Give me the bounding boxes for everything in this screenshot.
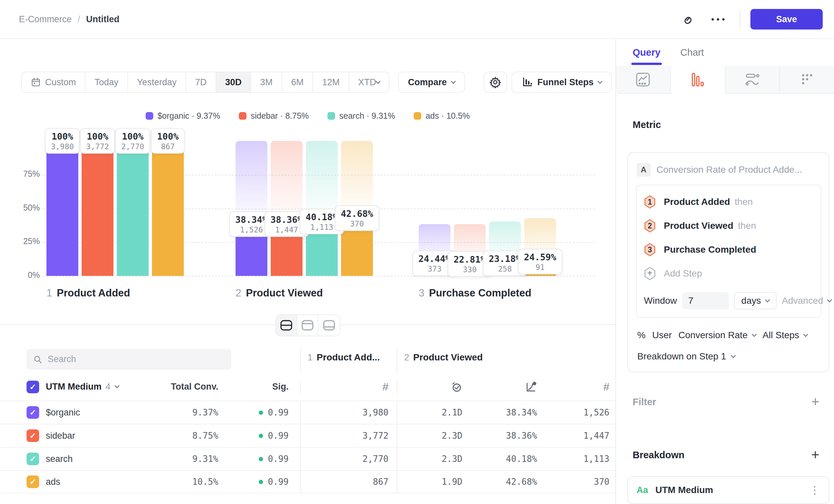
metric-title-row[interactable]: A Conversion Rate of Product Adde... (636, 161, 821, 185)
step-number: 2 (404, 352, 409, 363)
top-view-icon (301, 319, 314, 331)
window-unit-select[interactable]: days (734, 292, 776, 310)
row-checkbox[interactable]: ✓ (26, 453, 39, 465)
save-button[interactable]: Save (750, 9, 823, 29)
row-label: search (46, 454, 73, 464)
kebab-menu-icon[interactable]: ⋮ (809, 485, 820, 496)
y-axis-tick: 50% (10, 203, 40, 212)
row-step1-count: 867 (300, 471, 397, 493)
metric-step[interactable]: 1Product Addedthen (644, 190, 813, 214)
add-step-button[interactable]: + Add Step (644, 261, 813, 285)
row-step2-cells: 2.3D40.18%1,113 (397, 448, 615, 470)
row-significance: 0.99 (218, 454, 289, 464)
funnel-bar[interactable] (46, 141, 78, 276)
metric-card: A Conversion Rate of Product Adde... 1Pr… (627, 152, 829, 372)
layout-table-only-button[interactable] (319, 315, 340, 336)
significance-value: 0.99 (268, 408, 289, 417)
window-value-input[interactable] (682, 292, 729, 310)
row-checkbox[interactable]: ✓ (26, 406, 39, 419)
metric-step-name: Product Added (664, 197, 730, 207)
table-row[interactable]: ✓sidebar8.75%0.993,7722.3D38.36%1,447 (0, 424, 615, 447)
group-count: 4 (106, 382, 110, 392)
y-axis-tick: 75% (10, 169, 40, 179)
advanced-toggle[interactable]: Advanced (782, 295, 832, 306)
breadcrumb-current[interactable]: Untitled (86, 14, 120, 25)
tab-funnels[interactable] (671, 66, 726, 94)
add-step-hexagon-icon: + (644, 267, 656, 280)
search-input[interactable] (48, 354, 225, 364)
bar-count: 3,772 (86, 142, 109, 151)
metric-letter-badge: A (637, 163, 651, 177)
significance-dot (259, 457, 263, 461)
table-row[interactable]: ✓ads10.5%0.998671.9D42.68%370 (0, 470, 615, 494)
chevron-down-icon (765, 297, 770, 302)
metric-step[interactable]: 3Purchase Completed (644, 238, 813, 261)
breakdown-on-select[interactable]: Breakdown on Step 1 (636, 351, 821, 362)
row-step2-rate: 38.36% (462, 425, 537, 447)
row-significance: 0.99 (218, 477, 289, 487)
breadcrumb-separator: / (78, 14, 80, 25)
table-row[interactable]: ✓$organic9.37%0.993,9802.1D38.34%1,526 (0, 400, 615, 424)
steps-scope-select[interactable]: All Steps (763, 330, 808, 341)
bar-value-label: 100%3,980 (45, 128, 80, 154)
group-header-cell: ✓ UTM Medium 4 (0, 381, 159, 393)
bar-count: 1,526 (235, 225, 268, 234)
breadcrumb-parent[interactable]: E-Commerce (19, 14, 72, 25)
table-row[interactable]: ✓search9.31%0.992,7702.3D40.18%1,113 (0, 447, 615, 470)
filter-heading: Filter (633, 396, 656, 408)
row-checkbox[interactable]: ✓ (26, 429, 39, 442)
bar-count: 373 (418, 264, 451, 273)
funnels-icon (690, 72, 705, 87)
funnel-bar[interactable] (152, 141, 184, 276)
add-filter-button[interactable]: + (811, 394, 819, 410)
window-label: Window (644, 295, 677, 306)
row-step2-duration: 2.3D (397, 448, 462, 470)
breakdown-table: 1 Product Add... 2 Product Viewed ✓ UTM … (0, 347, 615, 494)
bar-percent: 100% (157, 131, 178, 142)
significance-dot (259, 434, 263, 438)
conv-rate-header[interactable] (462, 381, 537, 393)
layout-split-button[interactable] (276, 315, 297, 336)
row-name-cell: ✓$organic (0, 406, 159, 419)
metric-step[interactable]: 2Product Viewedthen (644, 214, 813, 238)
funnel-bar[interactable] (117, 141, 149, 276)
row-step2-rate: 42.68% (462, 471, 537, 493)
tab-chart[interactable]: Chart (680, 39, 704, 66)
tab-insights[interactable] (616, 66, 671, 94)
metric-heading: Metric (633, 119, 829, 130)
more-options-icon[interactable]: ••• (711, 14, 727, 25)
metric-title: Conversion Rate of Product Adde... (657, 164, 802, 175)
select-all-checkbox[interactable]: ✓ (26, 381, 39, 393)
breakdown-item[interactable]: Aa UTM Medium ⋮ (627, 476, 829, 504)
bar-count: 2,770 (121, 142, 144, 151)
row-step2-duration: 2.3D (397, 425, 462, 447)
tab-retention[interactable] (780, 66, 834, 94)
add-breakdown-button[interactable]: + (811, 447, 819, 463)
actor-label[interactable]: User (652, 330, 672, 341)
measure-select[interactable]: Conversion Rate (678, 330, 756, 341)
row-total-conv: 8.75% (159, 431, 218, 441)
row-checkbox[interactable]: ✓ (26, 476, 39, 488)
search-box[interactable] (26, 349, 231, 370)
row-significance: 0.99 (218, 408, 289, 417)
tab-flows[interactable] (726, 66, 780, 94)
bar-value-label: 100%2,770 (115, 128, 150, 154)
share-link-icon[interactable] (682, 13, 694, 25)
tab-query[interactable]: Query (633, 39, 660, 66)
total-conv-header[interactable]: Total Conv. (159, 382, 218, 392)
window-unit-label: days (742, 295, 761, 306)
bar-percent: 42.68% (341, 209, 373, 219)
measurement-row: % User Conversion Rate All Steps (636, 330, 821, 341)
row-step2-rate: 38.34% (462, 401, 537, 424)
step-hexagon-badge: 2 (644, 219, 656, 232)
step-suffix: then (738, 221, 756, 231)
funnel-bar[interactable] (82, 141, 113, 276)
significance-header[interactable]: Sig. (218, 382, 289, 392)
row-step1-count: 3,980 (300, 401, 397, 424)
avg-time-header[interactable] (397, 381, 462, 393)
layout-chart-only-button[interactable] (297, 315, 319, 336)
chevron-down-icon[interactable] (114, 383, 120, 389)
step1-count-header[interactable]: # (300, 381, 397, 393)
table-step1-header: 1 Product Add... (300, 347, 397, 373)
step2-count-header[interactable]: # (537, 381, 609, 393)
